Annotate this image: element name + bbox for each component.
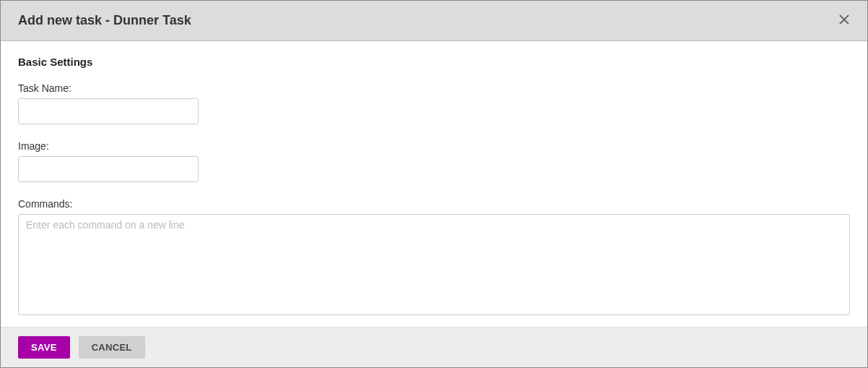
save-button[interactable]: SAVE — [18, 336, 70, 359]
add-task-modal: Add new task - Dunner Task Basic Setting… — [0, 0, 868, 368]
cancel-button[interactable]: CANCEL — [79, 336, 145, 359]
task-name-input[interactable] — [18, 98, 199, 124]
section-title: Basic Settings — [18, 56, 850, 68]
task-name-label: Task Name: — [18, 82, 850, 94]
commands-group: Commands: — [18, 198, 850, 318]
commands-textarea[interactable] — [18, 214, 850, 315]
modal-title: Add new task - Dunner Task — [18, 13, 191, 28]
task-name-group: Task Name: — [18, 82, 850, 124]
modal-header: Add new task - Dunner Task — [1, 1, 867, 41]
image-label: Image: — [18, 140, 850, 152]
modal-body: Basic Settings Task Name: Image: Command… — [1, 41, 867, 327]
image-input[interactable] — [18, 156, 199, 182]
close-icon — [838, 14, 850, 27]
commands-label: Commands: — [18, 198, 850, 210]
modal-footer: SAVE CANCEL — [1, 327, 867, 367]
image-group: Image: — [18, 140, 850, 182]
close-button[interactable] — [836, 11, 853, 30]
